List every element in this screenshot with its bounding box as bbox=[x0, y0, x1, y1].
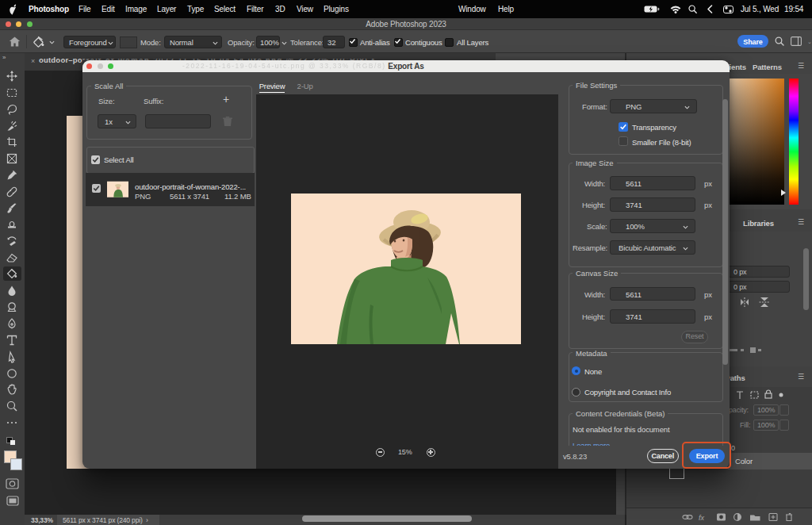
svg-text:fx: fx bbox=[699, 514, 705, 522]
